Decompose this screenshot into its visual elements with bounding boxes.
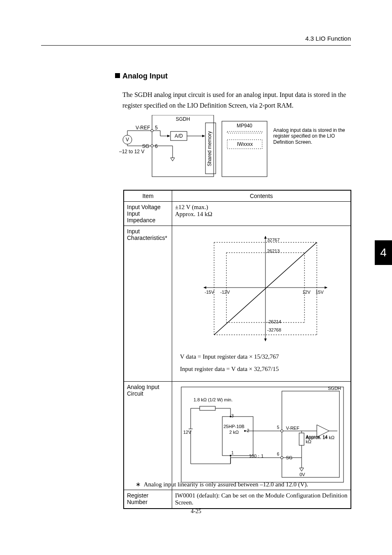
svg-text:15V: 15V	[316, 290, 324, 295]
row-input-characteristics-value: 32767 26213 -26214 -32768 -15V -12V 12V …	[172, 226, 351, 382]
formula2: Input register data = V data × 32,767/15	[180, 363, 345, 375]
intro-paragraph: The SGDH analog input circuit is used fo…	[122, 90, 351, 111]
shared-memory-label: Shared memory	[207, 131, 212, 166]
svg-rect-5	[227, 131, 262, 133]
formula1: V data = Input register data × 15/32,767	[180, 350, 345, 363]
header-rule	[41, 45, 351, 46]
characteristics-chart: 32767 26213 -26214 -32768 -15V -12V 12V …	[175, 228, 348, 347]
svg-text:6: 6	[277, 452, 279, 456]
block-diagram: SGDH A/D MP940 Shared memory IWxxxx 5 6 …	[119, 115, 349, 183]
svg-text:-12V: -12V	[220, 290, 230, 295]
svg-point-70	[281, 456, 283, 459]
svg-text:-32768: -32768	[267, 327, 281, 332]
pin5: 5	[155, 125, 158, 131]
page-header-section: 4.3 LIO Function	[305, 35, 351, 42]
chapter-tab: 4	[375, 240, 392, 265]
page-number: 4-25	[0, 508, 392, 515]
svg-text:0V: 0V	[300, 472, 305, 477]
square-bullet-icon	[115, 73, 120, 78]
svg-text:3: 3	[231, 414, 234, 418]
svg-point-6	[151, 129, 153, 132]
row-register-number-label: Register Number	[124, 490, 172, 509]
row-analog-circuit-label: Analog Input Circuit	[124, 382, 172, 490]
svg-point-7	[151, 145, 153, 147]
diagram-note: Analog input data is stored in the regis…	[273, 127, 345, 145]
row-voltage-impedance-value: ±12 V (max.) Approx. 14 kΩ	[172, 202, 351, 226]
pin6: 6	[155, 143, 158, 149]
svg-text:-15V: -15V	[205, 290, 214, 295]
row-input-characteristics-label: Input Characteristics*	[124, 226, 172, 382]
svg-rect-74	[299, 433, 304, 445]
row-register-number-value: IW0001 (default): Can be set on the Modu…	[172, 490, 351, 509]
svg-text:12V: 12V	[183, 430, 191, 435]
svg-text:5: 5	[277, 425, 279, 430]
svg-text:1: 1	[231, 451, 234, 455]
svg-text:SGDH: SGDH	[328, 386, 341, 391]
section-heading: Analog Input	[115, 72, 168, 81]
mp940-label: MP940	[237, 123, 252, 129]
vref-label: V-REF	[136, 125, 150, 131]
row-analog-circuit-value: SGDH 12V 1.8 kΩ (1/2 W) min.	[172, 382, 351, 490]
th-item: Item	[124, 191, 172, 202]
svg-text:1.8 kΩ (1/2 W) min.: 1.8 kΩ (1/2 W) min.	[194, 397, 233, 402]
v-source: V	[126, 137, 129, 143]
footnote-marker: ∗	[136, 481, 141, 488]
iwxxxx-label: IWxxxx	[237, 141, 253, 147]
footnote-text: Analog input linearity is only assured b…	[144, 481, 308, 488]
sgdh-label: SGDH	[176, 116, 190, 122]
svg-text:32767: 32767	[267, 237, 280, 242]
svg-text:25HP-10B: 25HP-10B	[224, 424, 244, 429]
svg-text:V-REF: V-REF	[286, 426, 300, 431]
th-contents: Contents	[172, 191, 351, 202]
svg-text:2 kΩ: 2 kΩ	[229, 430, 239, 435]
svg-point-66	[281, 430, 283, 432]
v-range: –12 to 12 V	[119, 149, 144, 154]
heading-text: Analog Input	[122, 72, 168, 80]
svg-rect-52	[222, 417, 253, 456]
svg-rect-48	[200, 406, 215, 410]
ad-label: A/D	[175, 133, 183, 139]
sg-label: SG	[142, 143, 149, 149]
svg-text:-26214: -26214	[267, 319, 281, 324]
circuit-diagram: SGDH 12V 1.8 kΩ (1/2 W) min.	[175, 384, 348, 486]
formula-region: V data = Input register data × 15/32,767…	[175, 348, 348, 379]
footnote: ∗ Analog input linearity is only assured…	[136, 481, 308, 488]
spec-table: Item Contents Input Voltage Input Impeda…	[124, 190, 351, 509]
row-voltage-impedance-label: Input Voltage Input Impedance	[124, 202, 172, 226]
svg-text:26213: 26213	[267, 249, 280, 253]
svg-text:12V: 12V	[302, 290, 311, 295]
